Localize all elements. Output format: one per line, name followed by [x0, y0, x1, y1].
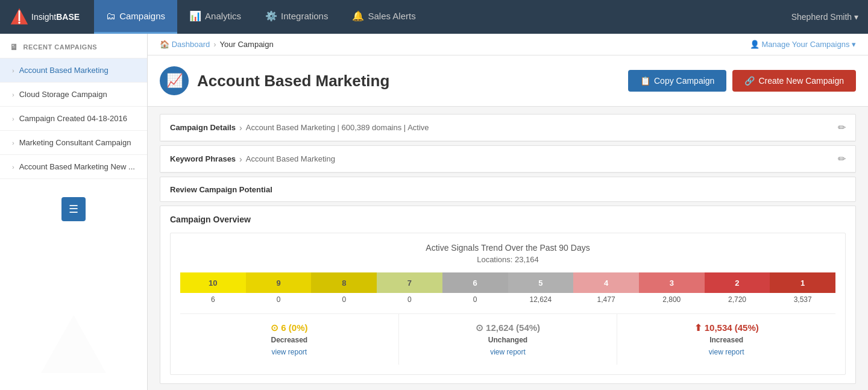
sidebar-item-cloud[interactable]: › Cloud Storage Campaign — [0, 83, 147, 107]
chart-subtitle: Locations: 23,164 — [180, 255, 835, 264]
bar-8: 8 — [311, 272, 377, 293]
val-9: 0 — [246, 293, 312, 304]
nav-tab-campaigns-label: Campaigns — [119, 11, 165, 21]
sidebar-item-abm-new-label: Account Based Marketing New ... — [19, 162, 135, 171]
bar-4: 4 — [573, 272, 639, 293]
review-title: Review Campaign Potential — [170, 185, 272, 194]
review-section: Review Campaign Potential — [160, 177, 856, 202]
bar-9: 9 — [246, 272, 312, 293]
val-7: 0 — [377, 293, 442, 304]
chevron-icon-abm: › — [12, 67, 14, 74]
campaign-details-value: Account Based Marketing | 600,389 domain… — [246, 123, 429, 132]
nav-tab-sales-alerts[interactable]: 🔔 Sales Alerts — [340, 0, 427, 34]
nav-tab-analytics-label: Analytics — [205, 11, 241, 21]
keyword-phrases-title: Keyword Phrases — [170, 154, 236, 163]
create-icon: 🔗 — [744, 76, 755, 86]
val-8: 0 — [311, 293, 377, 304]
keyword-phrases-header: Keyword Phrases › Account Based Marketin… — [160, 146, 855, 172]
val-10: 6 — [180, 293, 246, 304]
keyword-phrases-value: Account Based Marketing — [246, 154, 335, 163]
nav-tab-sales-alerts-label: Sales Alerts — [368, 11, 415, 21]
sidebar-item-created[interactable]: › Campaign Created 04-18-2016 — [0, 107, 147, 131]
layout: 🖥 RECENT CAMPAIGNS › Account Based Marke… — [0, 34, 868, 390]
chevron-icon-created: › — [12, 115, 14, 122]
sidebar-item-mc-label: Marketing Consultant Campaign — [19, 138, 131, 147]
stat-increased-label: Increased — [624, 336, 828, 344]
chevron-icon-mc: › — [12, 139, 14, 146]
stat-decreased-label: Decreased — [187, 336, 391, 344]
stat-unchanged: ⊙ 12,624 (54%) Unchanged view report — [399, 314, 618, 365]
logo: Insight BASE — [10, 7, 80, 27]
manage-campaigns-link[interactable]: 👤 Manage Your Campaigns ▾ — [750, 40, 856, 49]
sidebar-section-title: 🖥 RECENT CAMPAIGNS — [0, 34, 147, 58]
campaign-details-edit-icon[interactable]: ✏ — [838, 122, 846, 133]
bar-2: 2 — [705, 272, 770, 293]
copy-icon: 📋 — [640, 76, 650, 86]
analytics-icon: 📊 — [189, 10, 201, 22]
val-1: 3,537 — [770, 293, 835, 304]
nav-tab-integrations-label: Integrations — [281, 11, 328, 21]
stat-decreased: ⊙ 6 (0%) Decreased view report — [180, 314, 399, 365]
copy-campaign-button[interactable]: 📋 Copy Campaign — [628, 70, 726, 92]
stat-unchanged-number: ⊙ 12,624 (54%) — [406, 322, 610, 333]
stats-row: ⊙ 6 (0%) Decreased view report ⊙ 12,624 … — [180, 313, 835, 365]
breadcrumb-home[interactable]: 🏠 Dashboard — [160, 40, 210, 49]
stat-increased-link[interactable]: view report — [709, 348, 744, 356]
stat-decreased-link[interactable]: view report — [271, 348, 307, 356]
nav-tab-analytics[interactable]: 📊 Analytics — [177, 0, 253, 34]
bar-3: 3 — [639, 272, 705, 293]
keyword-phrases-section: Keyword Phrases › Account Based Marketin… — [160, 145, 856, 173]
stat-increased-number: ⬆ 10,534 (45%) — [624, 322, 828, 333]
stat-increased: ⬆ 10,534 (45%) Increased view report — [617, 314, 835, 365]
bar-7: 7 — [377, 272, 442, 293]
campaign-details-header: Campaign Details › Account Based Marketi… — [160, 115, 855, 141]
logo-base-text: BASE — [56, 12, 80, 22]
chevron-icon-cloud: › — [12, 91, 14, 98]
bar-chart-row: 10 9 8 7 6 5 4 3 2 1 — [180, 272, 835, 293]
campaign-details-arrow: › — [239, 123, 242, 133]
val-5: 12,624 — [508, 293, 574, 304]
integrations-icon: ⚙️ — [265, 10, 277, 22]
user-menu[interactable]: Shepherd Smith ▾ — [791, 12, 858, 22]
nav-tab-campaigns[interactable]: 🗂 Campaigns — [94, 0, 177, 34]
sidebar-item-abm-label: Account Based Marketing — [19, 66, 108, 75]
campaigns-icon: 🗂 — [106, 11, 116, 22]
breadcrumb: 🏠 Dashboard › Your Campaign 👤 Manage You… — [148, 34, 868, 55]
svg-marker-3 — [41, 315, 106, 373]
campaign-overview-section: Campaign Overview Active Signals Trend O… — [160, 206, 856, 384]
keyword-phrases-arrow: › — [239, 154, 242, 164]
sidebar-item-cloud-label: Cloud Storage Campaign — [19, 90, 107, 99]
stat-unchanged-link[interactable]: view report — [490, 348, 526, 356]
breadcrumb-separator: › — [213, 40, 216, 49]
sidebar-item-created-label: Campaign Created 04-18-2016 — [19, 114, 127, 123]
campaign-details-section: Campaign Details › Account Based Marketi… — [160, 114, 856, 142]
val-3: 2,800 — [639, 293, 705, 304]
val-2: 2,720 — [705, 293, 770, 304]
campaign-title: Account Based Marketing — [197, 72, 628, 90]
bar-6: 6 — [442, 272, 508, 293]
sidebar-toggle-button[interactable]: ☰ — [61, 197, 86, 221]
breadcrumb-current: Your Campaign — [220, 40, 274, 49]
bar-5: 5 — [508, 272, 574, 293]
sidebar-item-abm[interactable]: › Account Based Marketing — [0, 58, 147, 83]
val-4: 1,477 — [573, 293, 639, 304]
value-row: 6 0 0 0 0 12,624 1,477 2,800 2,720 3,537 — [180, 293, 835, 304]
monitor-icon: 🖥 — [10, 42, 19, 52]
nav-tab-integrations[interactable]: ⚙️ Integrations — [253, 0, 340, 34]
create-campaign-button[interactable]: 🔗 Create New Campaign — [732, 70, 856, 92]
chart-title: Active Signals Trend Over the Past 90 Da… — [180, 243, 835, 253]
sidebar: 🖥 RECENT CAMPAIGNS › Account Based Marke… — [0, 34, 148, 390]
sidebar-item-abm-new[interactable]: › Account Based Marketing New ... — [0, 155, 147, 179]
sidebar-watermark — [0, 312, 147, 384]
keyword-phrases-edit-icon[interactable]: ✏ — [838, 153, 846, 165]
overview-title: Campaign Overview — [170, 215, 846, 224]
svg-point-2 — [18, 22, 20, 24]
bar-1: 1 — [770, 272, 835, 293]
stat-decreased-number: ⊙ 6 (0%) — [187, 322, 391, 333]
stat-unchanged-label: Unchanged — [406, 336, 610, 344]
copy-campaign-label: Copy Campaign — [654, 76, 714, 86]
main-content: 🏠 Dashboard › Your Campaign 👤 Manage You… — [148, 34, 868, 390]
campaign-details-title: Campaign Details — [170, 123, 236, 132]
bar-10: 10 — [180, 272, 246, 293]
sidebar-item-marketing-consultant[interactable]: › Marketing Consultant Campaign — [0, 131, 147, 155]
